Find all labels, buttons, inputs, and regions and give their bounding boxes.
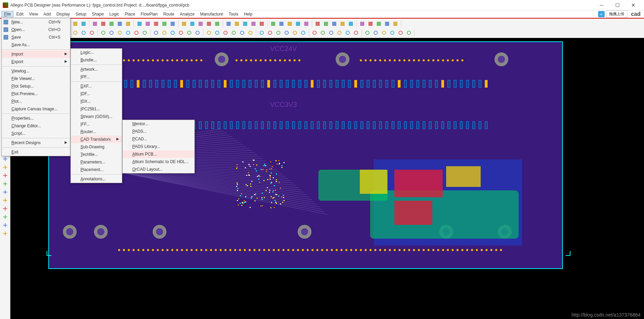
toolbar2-btn-37[interactable] xyxy=(372,29,379,37)
toolbar1-btn-19[interactable] xyxy=(213,20,221,28)
menu-item-import[interactable]: Import▶ xyxy=(2,50,70,58)
menu-item-router-[interactable]: Router... xyxy=(71,128,122,136)
menu-display[interactable]: Display xyxy=(54,11,73,17)
menu-item-pads-[interactable]: PADS... xyxy=(123,128,194,135)
toolbar2-btn-29[interactable] xyxy=(299,29,307,37)
toolbar2-btn-16[interactable] xyxy=(185,29,193,37)
vtool-btn-14[interactable] xyxy=(1,155,9,163)
menu-item-plot-[interactable]: Plot... xyxy=(2,98,70,105)
menu-item-save[interactable]: SaveCtrl+S xyxy=(2,33,70,41)
menu-item-save-as-[interactable]: Save As... xyxy=(2,41,70,49)
toolbar2-btn-3[interactable] xyxy=(71,29,79,37)
menu-item-plot-preview-[interactable]: Plot Preview... xyxy=(2,90,70,98)
menu-item-techfile-[interactable]: Techfile... xyxy=(71,151,122,158)
menu-item-recent-designs[interactable]: Recent Designs▶ xyxy=(2,139,70,147)
menu-item-dxf-[interactable]: DXF... xyxy=(71,82,122,90)
vtool-btn-15[interactable] xyxy=(1,163,9,171)
menu-item-ipf-[interactable]: IPF... xyxy=(71,73,122,81)
toolbar1-btn-22[interactable] xyxy=(241,20,249,28)
menu-item-exit[interactable]: Exit xyxy=(2,148,70,156)
menu-item-altium-pcb-[interactable]: Altium PCB... xyxy=(123,150,194,158)
vtool-btn-19[interactable] xyxy=(1,197,9,204)
toolbar1-btn-16[interactable] xyxy=(189,20,196,28)
toolbar2-btn-23[interactable] xyxy=(247,29,254,37)
toolbar1-btn-23[interactable] xyxy=(250,20,257,28)
menu-item-parameters-[interactable]: Parameters... xyxy=(71,158,122,166)
menu-help[interactable]: Help xyxy=(241,11,255,17)
menu-add[interactable]: Add xyxy=(41,11,54,17)
toolbar2-btn-19[interactable] xyxy=(213,29,221,37)
menu-item-orcad-layout-[interactable]: OrCAD Layout... xyxy=(123,166,194,173)
menu-item-idx-[interactable]: IDX... xyxy=(71,98,122,105)
menu-item-artwork-[interactable]: Artwork... xyxy=(71,66,122,73)
toolbar1-btn-28[interactable] xyxy=(294,20,302,28)
toolbar2-btn-38[interactable] xyxy=(380,29,388,37)
toolbar2-btn-7[interactable] xyxy=(108,29,115,37)
menu-item-change-editor-[interactable]: Change Editor... xyxy=(2,122,70,130)
menu-item-altium-schematic-to-de-hdl-[interactable]: Altium Schematic to DE HDL... xyxy=(123,158,194,166)
menu-place[interactable]: Place xyxy=(122,11,138,17)
toolbar2-btn-14[interactable] xyxy=(169,29,176,37)
maximize-button[interactable]: ☐ xyxy=(609,0,625,10)
vtool-btn-21[interactable] xyxy=(1,213,9,221)
vtool-btn-22[interactable] xyxy=(1,221,9,229)
toolbar2-btn-27[interactable] xyxy=(283,29,290,37)
toolbar1-btn-37[interactable] xyxy=(375,20,383,28)
toolbar1-btn-31[interactable] xyxy=(322,20,330,28)
toolbar2-btn-11[interactable] xyxy=(141,29,148,37)
toolbar2-btn-30[interactable] xyxy=(311,29,318,37)
menu-analyze[interactable]: Analyze xyxy=(177,11,198,17)
menu-shape[interactable]: Shape xyxy=(89,11,107,17)
vtool-btn-16[interactable] xyxy=(1,172,9,179)
toolbar1-btn-9[interactable] xyxy=(124,20,132,28)
toolbar2-btn-24[interactable] xyxy=(258,29,266,37)
toolbar2-btn-41[interactable] xyxy=(405,29,413,37)
toolbar2-btn-15[interactable] xyxy=(177,29,185,37)
menu-item-cad-translators[interactable]: CAD Translators▶ xyxy=(71,136,122,143)
toolbar1-btn-39[interactable] xyxy=(392,20,399,28)
toolbar1-btn-17[interactable] xyxy=(197,20,204,28)
toolbar1-btn-25[interactable] xyxy=(269,20,277,28)
toolbar2-btn-10[interactable] xyxy=(133,29,140,37)
vtool-btn-18[interactable] xyxy=(1,188,9,196)
menu-item-bundle-[interactable]: Bundle... xyxy=(71,56,122,64)
menu-item-iff-[interactable]: IFF... xyxy=(71,120,122,128)
toolbar1-btn-30[interactable] xyxy=(314,20,321,28)
toolbar2-btn-12[interactable] xyxy=(152,29,160,37)
menu-item-pads-library-[interactable]: PADS Library... xyxy=(123,143,194,150)
toolbar1-btn-32[interactable] xyxy=(330,20,338,28)
vtool-btn-23[interactable] xyxy=(1,230,9,237)
menu-edit[interactable]: Edit xyxy=(13,11,26,17)
toolbar2-btn-26[interactable] xyxy=(275,29,282,37)
toolbar2-btn-21[interactable] xyxy=(230,29,238,37)
menu-flowplan[interactable]: FlowPlan xyxy=(138,11,160,17)
toolbar1-btn-7[interactable] xyxy=(108,20,115,28)
toolbar1-btn-34[interactable] xyxy=(347,20,355,28)
toolbar2-btn-36[interactable] xyxy=(364,29,371,37)
toolbar1-btn-11[interactable] xyxy=(144,20,152,28)
toolbar1-btn-18[interactable] xyxy=(205,20,213,28)
toolbar2-btn-39[interactable] xyxy=(388,29,396,37)
toolbar1-btn-33[interactable] xyxy=(339,20,346,28)
menu-file[interactable]: File xyxy=(1,11,13,17)
menu-item-stream-gdsii-[interactable]: Stream (GDSII)... xyxy=(71,113,122,120)
toolbar2-btn-13[interactable] xyxy=(161,29,168,37)
toolbar2-btn-35[interactable] xyxy=(352,29,360,37)
vtool-btn-17[interactable] xyxy=(1,180,9,188)
toolbar1-btn-38[interactable] xyxy=(383,20,391,28)
menu-item-file-viewer-[interactable]: File Viewer... xyxy=(2,75,70,82)
menu-item-annotations-[interactable]: Annotations... xyxy=(71,175,122,183)
close-button[interactable]: ✕ xyxy=(625,0,641,10)
toolbar1-btn-10[interactable] xyxy=(136,20,143,28)
toolbar1-btn-27[interactable] xyxy=(286,20,294,28)
toolbar2-btn-25[interactable] xyxy=(266,29,274,37)
menu-item-pcad-[interactable]: PCAD... xyxy=(123,135,194,143)
toolbar1-btn-8[interactable] xyxy=(116,20,124,28)
menu-item-open-[interactable]: Open...Ctrl+O xyxy=(2,26,70,33)
toolbar2-btn-40[interactable] xyxy=(397,29,404,37)
toolbar2-btn-22[interactable] xyxy=(238,29,246,37)
toolbar1-btn-35[interactable] xyxy=(358,20,366,28)
toolbar1-btn-13[interactable] xyxy=(161,20,168,28)
menu-setup[interactable]: Setup xyxy=(73,11,89,17)
vtool-btn-20[interactable] xyxy=(1,205,9,212)
